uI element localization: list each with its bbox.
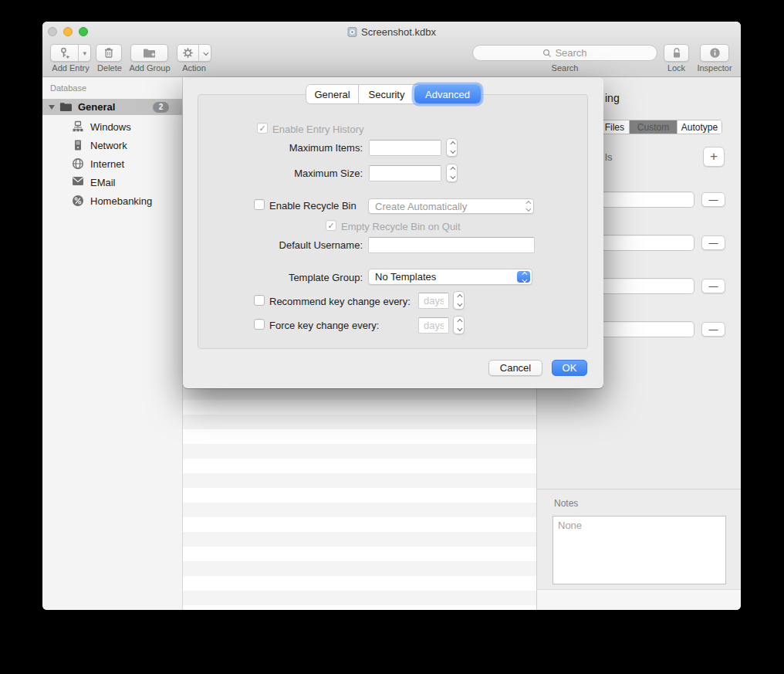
- folder-plus-icon: [143, 48, 156, 59]
- action-button[interactable]: [177, 44, 211, 62]
- mail-icon: [72, 176, 84, 188]
- force-key-change-label: Force key change every:: [269, 320, 379, 331]
- tab-custom[interactable]: Custom: [629, 120, 677, 134]
- entry-count-badge: 2: [153, 102, 169, 113]
- minus-icon: —: [709, 238, 718, 249]
- popup-chevrons-icon: [517, 271, 530, 283]
- sidebar-item-homebanking[interactable]: Homebanking: [42, 191, 182, 210]
- remove-custom-field-button[interactable]: —: [701, 279, 725, 293]
- divider: [537, 489, 741, 489]
- delete-button[interactable]: [96, 44, 122, 62]
- globe-icon: [72, 157, 84, 170]
- search-placeholder: Search: [555, 47, 586, 59]
- add-entry-button[interactable]: ▾: [50, 44, 91, 62]
- key-plus-icon: [51, 45, 78, 61]
- panel-bottom-bar: [537, 589, 741, 610]
- tab-advanced[interactable]: Advanced: [414, 85, 481, 103]
- add-group-label: Add Group: [126, 63, 174, 73]
- enable-recycle-bin-label: Enable Recycle Bin: [269, 200, 357, 212]
- inspector-tabs: Files Custom Autotype: [583, 120, 722, 134]
- enable-recycle-bin-checkbox[interactable]: [254, 199, 265, 210]
- notes-label: Notes: [554, 498, 578, 509]
- screen: Screenshot.kdbx ▾ Add Entry: [0, 0, 784, 674]
- maximum-items-stepper[interactable]: [446, 138, 458, 157]
- sidebar: Database General 2: [42, 77, 183, 610]
- disclosure-triangle-icon[interactable]: [49, 105, 55, 110]
- recommend-key-change-label: Recommend key change every:: [269, 296, 411, 307]
- template-group-popup[interactable]: No Templates: [368, 269, 532, 285]
- force-days-stepper: [453, 316, 465, 334]
- notes-placeholder: None: [558, 520, 582, 531]
- custom-fields-label-fragment: ls: [605, 151, 612, 163]
- recommend-days-input: [418, 293, 449, 309]
- recommend-key-change-checkbox[interactable]: [254, 295, 265, 306]
- remove-custom-field-button[interactable]: —: [701, 192, 725, 207]
- action-dropdown[interactable]: [198, 45, 211, 61]
- dialog-tabs: General Security Advanced: [306, 85, 481, 103]
- lock-button[interactable]: [664, 44, 689, 62]
- add-entry-dropdown[interactable]: ▾: [78, 45, 90, 61]
- trash-icon: [103, 47, 114, 59]
- popup-chevrons-icon: [525, 199, 529, 213]
- lock-icon: [671, 47, 682, 59]
- cancel-button[interactable]: Cancel: [488, 360, 542, 376]
- sidebar-item-internet[interactable]: Internet: [42, 154, 182, 173]
- ok-button[interactable]: OK: [552, 360, 587, 376]
- database-settings-dialog: General Security Advanced ✓ Enable Entry…: [183, 77, 603, 388]
- sidebar-item-windows[interactable]: Windows: [42, 117, 182, 136]
- search-icon: [542, 49, 552, 58]
- template-group-label: Template Group:: [229, 272, 363, 283]
- recycle-bin-mode-popup: Create Automatically: [368, 198, 534, 214]
- inspector-title-fragment: ing: [605, 92, 620, 104]
- window-title: Screenshot.kdbx: [42, 26, 741, 38]
- delete-label: Delete: [93, 63, 126, 73]
- remove-custom-field-button[interactable]: —: [701, 322, 725, 337]
- minus-icon: —: [709, 281, 718, 292]
- sidebar-item-network[interactable]: Network: [42, 136, 182, 154]
- maximum-size-input[interactable]: [369, 165, 441, 181]
- add-group-button[interactable]: [130, 44, 168, 62]
- percent-icon: [72, 195, 84, 207]
- maximum-size-stepper[interactable]: [446, 164, 458, 182]
- tab-security[interactable]: Security: [358, 85, 414, 103]
- info-icon: [709, 47, 721, 59]
- maximum-items-label: Maximum Items:: [229, 142, 363, 154]
- titlebar: Screenshot.kdbx ▾ Add Entry: [42, 22, 741, 77]
- sidebar-item-general[interactable]: General 2: [42, 99, 182, 115]
- minus-icon: —: [709, 195, 718, 205]
- tab-autotype[interactable]: Autotype: [677, 120, 721, 134]
- add-entry-label: Add Entry: [42, 63, 99, 73]
- add-custom-field-button[interactable]: +: [703, 147, 725, 167]
- minus-icon: —: [709, 324, 718, 335]
- sidebar-item-label: Internet: [90, 158, 124, 170]
- folder-icon: [59, 102, 73, 113]
- sidebar-item-email[interactable]: EMail: [42, 173, 182, 191]
- window-title-text: Screenshot.kdbx: [361, 26, 436, 38]
- recycle-bin-mode-value: Create Automatically: [375, 201, 467, 212]
- network-computers-icon: [72, 120, 84, 133]
- enable-entry-history-label: Enable Entry History: [272, 124, 364, 135]
- sidebar-item-label: EMail: [90, 177, 116, 188]
- empty-recycle-bin-label: Empty Recycle Bin on Quit: [341, 221, 461, 232]
- force-days-input: [418, 317, 449, 334]
- tab-general[interactable]: General: [306, 85, 358, 103]
- default-username-label: Default Username:: [229, 239, 363, 251]
- maximum-size-label: Maximum Size:: [229, 168, 363, 179]
- search-label: Search: [472, 63, 657, 73]
- inspector-label: Inspector: [693, 63, 736, 73]
- sidebar-item-label: Homebanking: [90, 195, 152, 207]
- sidebar-item-label: General: [78, 101, 115, 113]
- sidebar-header: Database: [50, 83, 86, 93]
- lock-label: Lock: [658, 63, 694, 73]
- gear-icon: [177, 45, 198, 61]
- notes-textarea[interactable]: None: [553, 516, 726, 584]
- search-input[interactable]: Search: [472, 45, 657, 61]
- plus-icon: +: [710, 149, 718, 164]
- force-key-change-checkbox[interactable]: [254, 319, 265, 330]
- sidebar-item-label: Network: [90, 140, 127, 151]
- remove-custom-field-button[interactable]: —: [701, 235, 725, 250]
- default-username-input[interactable]: [368, 237, 535, 253]
- document-icon: [347, 27, 357, 37]
- inspector-button[interactable]: [700, 44, 729, 62]
- maximum-items-input[interactable]: [369, 140, 441, 156]
